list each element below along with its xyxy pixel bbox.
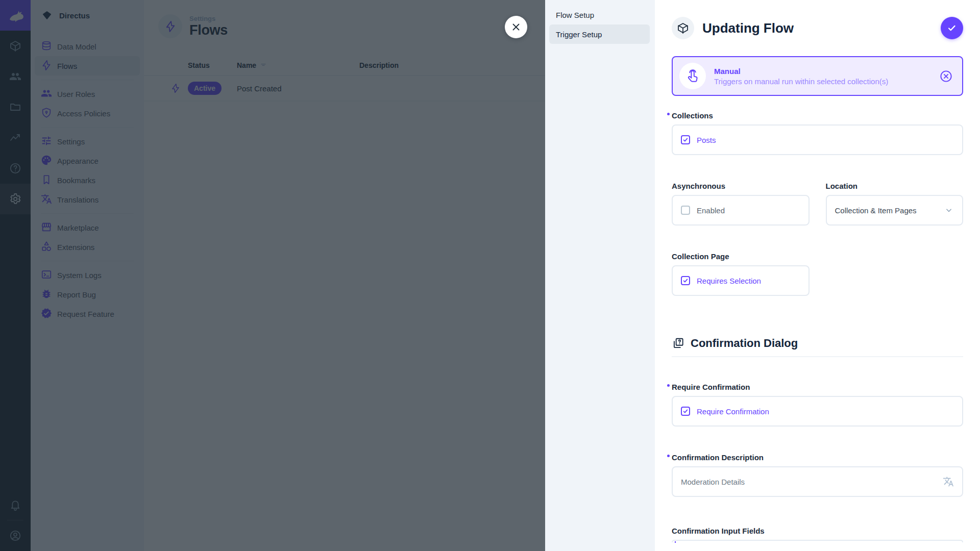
collection-page-row: Collection Page Requires Selection xyxy=(672,252,963,296)
async-location-row: Asynchronous Enabled Location Collection… xyxy=(672,182,963,226)
manual-trigger-card[interactable]: Manual Triggers on manual run within sel… xyxy=(672,56,963,96)
collection-page-checkbox[interactable]: Requires Selection xyxy=(672,265,810,296)
chevron-down-icon xyxy=(944,205,954,215)
location-field: Location Collection & Item Pages xyxy=(826,182,964,226)
empty-cell xyxy=(826,252,964,296)
confirmation-input-fields-label: Confirmation Input Fields xyxy=(672,527,765,535)
asynchronous-label: Asynchronous xyxy=(672,182,725,190)
drawer-nav-flow-setup[interactable]: Flow Setup xyxy=(549,5,650,24)
collection-page-field: Collection Page Requires Selection xyxy=(672,252,810,296)
collections-field: Collections Posts xyxy=(672,111,963,155)
collections-checkbox-group[interactable]: Posts xyxy=(672,124,963,155)
save-button[interactable] xyxy=(941,17,963,39)
trigger-description: Triggers on manual run within selected c… xyxy=(714,77,888,86)
drawer-header: Updating Flow xyxy=(672,17,963,39)
confirmation-input-fields-field: Confirmation Input Fields xyxy=(672,527,963,542)
section-title: Confirmation Dialog xyxy=(691,337,798,350)
confirmation-description-input[interactable] xyxy=(681,478,936,486)
confirmation-description-label: Confirmation Description xyxy=(672,453,764,462)
translate-icon[interactable] xyxy=(943,476,954,487)
confirmation-section-header: Confirmation Dialog xyxy=(672,337,963,350)
drawer-title: Updating Flow xyxy=(702,20,794,36)
trigger-card-text: Manual Triggers on manual run within sel… xyxy=(714,67,888,86)
box-icon xyxy=(677,22,689,34)
touch-icon xyxy=(679,63,706,89)
location-label: Location xyxy=(826,182,858,190)
drawer-content: Updating Flow Manual Triggers on manual … xyxy=(655,0,980,551)
require-confirmation-checkbox[interactable]: Require Confirmation xyxy=(672,396,963,427)
collection-page-option-label: Requires Selection xyxy=(697,277,761,285)
checkbox-checked-icon[interactable] xyxy=(681,407,690,416)
cancel-circle-icon[interactable] xyxy=(939,69,953,83)
require-confirmation-label: Require Confirmation xyxy=(672,383,750,391)
checkbox-checked-icon[interactable] xyxy=(681,135,690,144)
confirmation-description-field: Confirmation Description xyxy=(672,453,963,497)
asynchronous-field: Asynchronous Enabled xyxy=(672,182,810,226)
flow-drawer: Flow Setup Trigger Setup Updating Flow M… xyxy=(545,0,980,551)
drawer-close-button[interactable] xyxy=(505,16,527,38)
location-select[interactable]: Collection & Item Pages xyxy=(826,195,964,226)
checkbox-unchecked-icon[interactable] xyxy=(681,206,690,215)
check-icon xyxy=(946,22,958,34)
drawer-icon-circle xyxy=(672,17,694,39)
drawer-nav: Flow Setup Trigger Setup xyxy=(545,0,655,551)
trigger-title: Manual xyxy=(714,67,888,76)
checkbox-checked-icon[interactable] xyxy=(681,276,690,285)
drawer-nav-trigger-setup[interactable]: Trigger Setup xyxy=(549,24,650,44)
dialog-question-icon xyxy=(672,337,685,350)
section-divider xyxy=(672,356,963,357)
asynchronous-option-label: Enabled xyxy=(697,206,725,215)
collections-option-label: Posts xyxy=(697,136,716,144)
require-confirmation-option-label: Require Confirmation xyxy=(697,407,769,416)
location-value: Collection & Item Pages xyxy=(835,206,917,215)
asynchronous-checkbox[interactable]: Enabled xyxy=(672,195,810,226)
collections-label: Collections xyxy=(672,111,713,120)
close-icon xyxy=(510,21,522,33)
directus-app: Directus Data Model Flows User Roles Acc… xyxy=(0,0,980,551)
confirmation-input-fields-list[interactable] xyxy=(672,540,963,542)
confirmation-description-box xyxy=(672,466,963,497)
collection-page-label: Collection Page xyxy=(672,252,729,261)
require-confirmation-field: Require Confirmation Require Confirmatio… xyxy=(672,383,963,427)
